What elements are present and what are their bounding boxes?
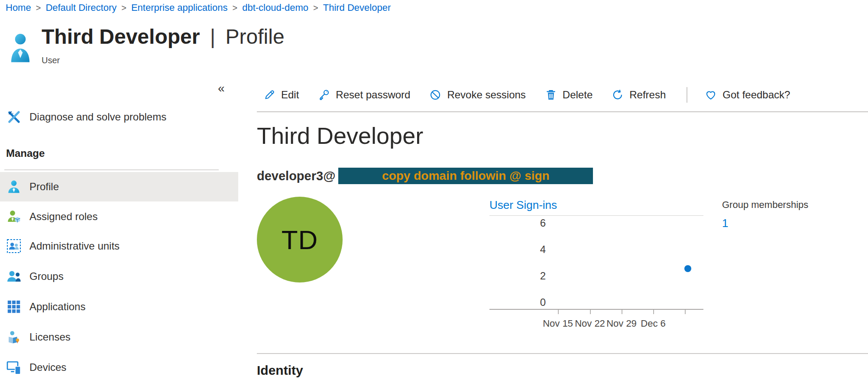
sidebar-item-label: Profile: [29, 181, 59, 193]
breadcrumb-separator: >: [313, 3, 318, 13]
block-icon: [429, 89, 441, 101]
x-axis-tickmark: [653, 310, 654, 314]
page-title-name: Third Developer: [42, 25, 200, 48]
delete-button[interactable]: Delete: [545, 89, 593, 101]
edit-label: Edit: [281, 89, 299, 101]
sidebar-item-applications[interactable]: Applications: [0, 292, 238, 321]
breadcrumb-dbt-cloud-demo[interactable]: dbt-cloud-demo: [242, 2, 308, 13]
identity-section-title: Identity: [257, 363, 303, 378]
chart-title-link[interactable]: User Sign-ins: [489, 198, 703, 216]
x-axis-tickmark: [685, 310, 686, 314]
refresh-icon: [612, 89, 624, 101]
profile-person-icon: [6, 179, 22, 195]
group-memberships-count-link[interactable]: 1: [722, 217, 728, 230]
x-axis-tickmark: [590, 310, 591, 314]
x-axis-tick: Nov 29: [606, 318, 637, 329]
toolbar-divider: [687, 87, 687, 103]
group-memberships-block: Group memberships 1: [722, 199, 808, 230]
sidebar-item-label: Licenses: [29, 331, 71, 343]
signin-data-point: [684, 265, 691, 272]
breadcrumb-separator: >: [36, 3, 41, 13]
got-feedback-label: Got feedback?: [722, 89, 790, 101]
y-axis-tick: 4: [489, 244, 546, 255]
sidebar-item-profile[interactable]: Profile: [0, 172, 238, 201]
page-title-separator: |: [210, 25, 215, 48]
user-display-name: Third Developer: [257, 122, 423, 149]
user-avatar-icon: [10, 32, 30, 64]
sidebar-item-label: Groups: [29, 270, 64, 282]
y-axis-tick: 6: [489, 217, 546, 229]
assigned-roles-icon: [6, 209, 22, 224]
x-axis-tickmark: [558, 310, 559, 314]
sidebar-item-label: Assigned roles: [29, 211, 97, 223]
applications-grid-icon: [6, 299, 22, 315]
sidebar-item-groups[interactable]: Groups: [0, 262, 238, 291]
object-type-label: User: [42, 55, 285, 65]
sidebar-item-licenses[interactable]: Licenses: [0, 323, 238, 351]
administrative-units-icon: [6, 238, 22, 254]
sidebar-section-manage: Manage: [6, 147, 45, 159]
x-axis-line: [489, 309, 703, 310]
breadcrumb-third-developer[interactable]: Third Developer: [323, 2, 391, 13]
x-axis-tickmark: [622, 310, 622, 314]
command-bar: Edit Reset password Revoke sessions: [263, 83, 790, 107]
user-avatar: TD: [257, 197, 343, 282]
sidebar-item-label: Diagnose and solve problems: [29, 111, 166, 123]
section-divider: [257, 353, 868, 354]
sidebar-collapse-button[interactable]: «: [218, 82, 225, 94]
redaction-note: copy domain followin @ sign: [382, 169, 550, 183]
sidebar-item-label: Devices: [29, 361, 66, 373]
devices-icon: [6, 360, 22, 375]
x-axis-tick: Dec 6: [641, 318, 665, 329]
sidebar-item-assigned-roles[interactable]: Assigned roles: [0, 202, 238, 231]
sidebar-item-devices[interactable]: Devices: [0, 353, 238, 382]
refresh-label: Refresh: [629, 89, 666, 101]
breadcrumb-separator: >: [232, 3, 237, 13]
sidebar-section-divider: [4, 169, 219, 170]
y-axis-tick: 2: [489, 270, 546, 282]
x-axis-tick: Nov 15: [543, 318, 573, 329]
domain-redaction-overlay: copy domain followin @ sign: [338, 168, 593, 184]
got-feedback-button[interactable]: Got feedback?: [705, 89, 790, 101]
toolbar-rule: [257, 111, 868, 112]
page-title: Third Developer | Profile: [42, 24, 285, 49]
breadcrumb-enterprise-applications[interactable]: Enterprise applications: [131, 2, 228, 13]
page-title-blade: Profile: [226, 25, 285, 48]
group-memberships-label: Group memberships: [722, 199, 808, 211]
diagnose-tools-icon: [6, 109, 22, 125]
y-axis-tick: 0: [489, 297, 546, 308]
breadcrumb-default-directory[interactable]: Default Directory: [45, 2, 117, 13]
azure-user-profile-page: Home > Default Directory > Enterprise ap…: [0, 0, 868, 383]
sidebar-item-label: Administrative units: [29, 240, 120, 252]
breadcrumb: Home > Default Directory > Enterprise ap…: [6, 2, 391, 13]
breadcrumb-home[interactable]: Home: [6, 2, 31, 13]
breadcrumb-separator: >: [121, 3, 126, 13]
pencil-icon: [263, 89, 275, 101]
revoke-sessions-label: Revoke sessions: [447, 89, 525, 101]
groups-icon: [6, 269, 22, 284]
user-principal-name: developer3@ copy domain followin @ sign: [257, 168, 593, 184]
edit-button[interactable]: Edit: [263, 89, 299, 101]
heart-icon: [705, 89, 717, 101]
sidebar-item-label: Applications: [29, 301, 85, 313]
reset-password-button[interactable]: Reset password: [318, 89, 410, 101]
trash-icon: [545, 89, 557, 101]
page-header: Third Developer | Profile User: [42, 24, 285, 65]
avatar-initials: TD: [282, 224, 318, 255]
email-prefix: developer3@: [257, 169, 335, 183]
sidebar-item-administrative-units[interactable]: Administrative units: [0, 232, 238, 260]
refresh-button[interactable]: Refresh: [612, 89, 666, 101]
delete-label: Delete: [563, 89, 593, 101]
x-axis-tick: Nov 22: [575, 318, 605, 329]
sidebar-item-diagnose[interactable]: Diagnose and solve problems: [0, 103, 238, 131]
reset-password-label: Reset password: [336, 89, 410, 101]
revoke-sessions-button[interactable]: Revoke sessions: [429, 89, 525, 101]
licenses-icon: [6, 329, 22, 345]
user-sign-ins-chart: User Sign-ins 6 4 2 0 Nov 15 Nov 22 Nov …: [489, 198, 703, 341]
key-icon: [318, 89, 330, 101]
